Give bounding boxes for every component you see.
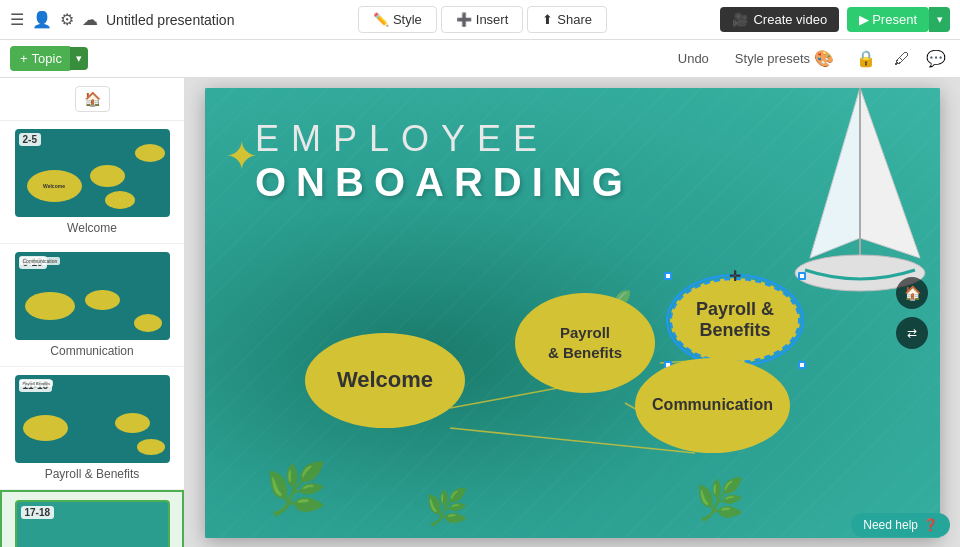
play-icon: ▶ bbox=[859, 12, 869, 27]
style-icon: ✏️ bbox=[373, 12, 389, 27]
slide-label-communication: Communication bbox=[50, 344, 133, 358]
slide-item-payroll[interactable]: 11-16 Payroll Benefits Payroll & Benefit… bbox=[0, 367, 184, 490]
slide-item-team[interactable]: 17-18 Team bbox=[0, 490, 184, 547]
slide-label-welcome: Welcome bbox=[67, 221, 117, 235]
slide-thumb-team: 17-18 bbox=[15, 500, 170, 547]
plant-center-left: 🌿 bbox=[425, 487, 469, 528]
share-label: Share bbox=[557, 12, 592, 27]
mini-oval-welcome: Welcome bbox=[27, 170, 82, 202]
topic-btn-group: + Topic ▾ bbox=[10, 46, 88, 71]
svg-marker-1 bbox=[810, 88, 860, 258]
mini-oval-comm-2 bbox=[85, 290, 120, 310]
slide-badge-welcome: 2-5 bbox=[19, 133, 41, 146]
video-icon: 🎥 bbox=[732, 12, 748, 27]
toolbar-center-buttons: ✏️ Style ➕ Insert ⬆ Share bbox=[252, 6, 712, 33]
title-line1-wrapper: ✦ EMPLOYEE bbox=[255, 118, 549, 160]
slide-item-communication[interactable]: 6-10 Communication Communication bbox=[0, 244, 184, 367]
slide-item-welcome[interactable]: 2-5 Welcome Welcome bbox=[0, 121, 184, 244]
present-button[interactable]: ▶ Present bbox=[847, 7, 929, 32]
slide-badge-team: 17-18 bbox=[21, 506, 55, 519]
mini-oval-payroll-2 bbox=[115, 413, 150, 433]
mini-oval-3 bbox=[135, 144, 165, 162]
mini-oval-payroll-3 bbox=[137, 439, 165, 455]
top-toolbar: ☰ 👤 ⚙ ☁ Untitled presentation ✏️ Style ➕… bbox=[0, 0, 960, 40]
undo-label: Undo bbox=[678, 51, 709, 66]
mini-oval-payroll-1 bbox=[23, 415, 68, 441]
boat-container bbox=[760, 88, 940, 298]
topic-button[interactable]: + Topic bbox=[10, 46, 72, 71]
canvas-home-button[interactable]: 🏠 bbox=[896, 277, 928, 309]
user-icon[interactable]: 👤 bbox=[32, 10, 52, 29]
lock-icon-btn[interactable]: 🔒 bbox=[852, 45, 880, 72]
need-help-button[interactable]: Need help ❓ bbox=[851, 513, 950, 537]
settings-icon[interactable]: ⚙ bbox=[60, 10, 74, 29]
insert-icon: ➕ bbox=[456, 12, 472, 27]
oval-payroll[interactable]: Payroll& Benefits bbox=[515, 293, 655, 393]
slide-thumb-communication: 6-10 Communication bbox=[15, 252, 170, 340]
slide-canvas: ✦ EMPLOYEE ONBOARDING 🌿 🌿 🌿 🌱 bbox=[205, 88, 940, 538]
create-video-button[interactable]: 🎥 Create video bbox=[720, 7, 839, 32]
undo-button[interactable]: Undo bbox=[670, 47, 717, 70]
comment-icon-btn[interactable]: 💬 bbox=[922, 45, 950, 72]
title-line2-wrapper: ONBOARDING bbox=[255, 160, 633, 205]
oval-welcome-label: Welcome bbox=[337, 367, 433, 393]
presentation-title: Untitled presentation bbox=[106, 12, 234, 28]
oval-communication[interactable]: Communication bbox=[635, 358, 790, 453]
boat-svg bbox=[760, 88, 940, 298]
sidebar: 🏠 2-5 Welcome Welcome 6-10 Communication bbox=[0, 78, 185, 547]
oval-team-label: Payroll & Benefits bbox=[672, 299, 798, 341]
need-help-label: Need help bbox=[863, 518, 918, 532]
star-icon: ✦ bbox=[225, 136, 259, 176]
insert-label: Insert bbox=[476, 12, 509, 27]
home-button[interactable]: 🏠 bbox=[75, 86, 110, 112]
move-cursor-icon: ✛ bbox=[729, 268, 741, 284]
mini-oval-1 bbox=[90, 165, 125, 187]
pen-icon-btn[interactable]: 🖊 bbox=[890, 46, 914, 72]
present-dropdown-button[interactable]: ▾ bbox=[929, 7, 950, 32]
second-toolbar-right: 🖊 💬 bbox=[890, 45, 950, 72]
topic-dropdown-button[interactable]: ▾ bbox=[70, 47, 88, 70]
mini-oval-comm-3 bbox=[134, 314, 162, 332]
slide-label-payroll: Payroll & Benefits bbox=[45, 467, 140, 481]
canvas-area: ✦ EMPLOYEE ONBOARDING 🌿 🌿 🌿 🌱 bbox=[185, 78, 960, 547]
mini-oval-2 bbox=[105, 191, 135, 209]
hamburger-icon[interactable]: ☰ bbox=[10, 10, 24, 29]
oval-welcome[interactable]: Welcome bbox=[305, 333, 465, 428]
mini-payroll-label: Payroll Benefits bbox=[20, 380, 54, 387]
oval-team[interactable]: ✛ Payroll & Benefits bbox=[670, 278, 800, 363]
oval-communication-label: Communication bbox=[652, 396, 773, 414]
plus-icon: + bbox=[20, 51, 28, 66]
toolbar-right: 🎥 Create video ▶ Present ▾ bbox=[720, 7, 950, 32]
style-presets-label: Style presets bbox=[735, 51, 810, 66]
mini-slide-payroll: 11-16 Payroll Benefits bbox=[15, 375, 170, 463]
insert-button[interactable]: ➕ Insert bbox=[441, 6, 524, 33]
slide-thumb-welcome: 2-5 Welcome bbox=[15, 129, 170, 217]
style-button[interactable]: ✏️ Style bbox=[358, 6, 437, 33]
sidebar-home: 🏠 bbox=[0, 78, 184, 121]
present-label: Present bbox=[872, 12, 917, 27]
share-button[interactable]: ⬆ Share bbox=[527, 6, 607, 33]
mini-comm-label: Communication bbox=[20, 257, 61, 265]
canvas-right-icons: 🏠 ⇄ bbox=[896, 277, 928, 349]
style-presets-icon: 🎨 bbox=[814, 49, 834, 68]
style-presets-button[interactable]: Style presets 🎨 bbox=[727, 45, 842, 72]
canvas-path-button[interactable]: ⇄ bbox=[896, 317, 928, 349]
svg-marker-0 bbox=[860, 88, 920, 258]
create-video-label: Create video bbox=[753, 12, 827, 27]
second-toolbar: + Topic ▾ Undo Style presets 🎨 🔒 🖊 💬 bbox=[0, 40, 960, 78]
mini-slide-welcome: 2-5 Welcome bbox=[15, 129, 170, 217]
plant-left: 🌿 bbox=[265, 460, 327, 518]
slide-title-onboarding: ONBOARDING bbox=[255, 160, 633, 204]
oval-payroll-label: Payroll& Benefits bbox=[548, 323, 622, 362]
topic-label: Topic bbox=[32, 51, 62, 66]
slide-thumb-payroll: 11-16 Payroll Benefits bbox=[15, 375, 170, 463]
mini-slide-team: 17-18 bbox=[17, 502, 168, 547]
help-icon: ❓ bbox=[923, 518, 938, 532]
style-label: Style bbox=[393, 12, 422, 27]
main-area: 🏠 2-5 Welcome Welcome 6-10 Communication bbox=[0, 78, 960, 547]
mini-oval-comm-1 bbox=[25, 292, 75, 320]
cloud-icon[interactable]: ☁ bbox=[82, 10, 98, 29]
share-icon: ⬆ bbox=[542, 12, 553, 27]
mini-slide-communication: 6-10 Communication bbox=[15, 252, 170, 340]
plant-center: 🌿 bbox=[695, 476, 745, 523]
